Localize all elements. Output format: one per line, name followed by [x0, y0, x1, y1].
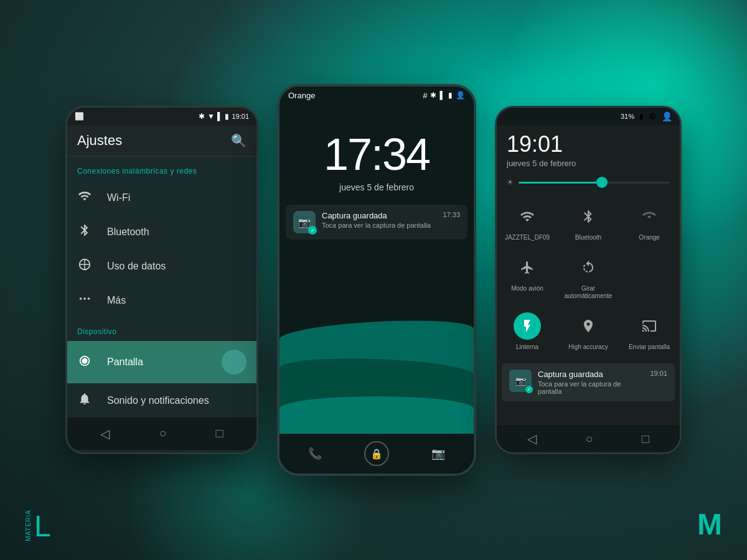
qs-user-icon[interactable]: 👤 [662, 111, 672, 121]
status-time: 19:01 [232, 113, 249, 120]
qs-recent-icon[interactable]: □ [642, 432, 649, 446]
qs-time: 19:01 [507, 131, 670, 157]
phones-container: ⬜ ✱ ▼ ▌ ▮ 19:01 Ajustes 🔍 Conexiones ina… [65, 84, 682, 476]
flashlight-tile-label: Linterna [516, 343, 538, 351]
qs-tile-rotate[interactable]: Girar automáticamente [558, 246, 619, 305]
notification-app-icon: 📷 ✓ [293, 211, 316, 233]
settings-item-more[interactable]: Más [67, 283, 256, 317]
notification-badge: ✓ [308, 226, 317, 235]
qs-tile-cast[interactable]: Enviar pantalla [619, 305, 680, 356]
brightness-thumb[interactable] [596, 177, 608, 188]
recent-nav-icon[interactable]: □ [215, 426, 223, 441]
location-tile-label: High accuracy [568, 343, 608, 351]
phone-nav-icon[interactable]: 📞 [308, 447, 322, 460]
logo-m: M [697, 507, 722, 541]
rotate-tile-icon [575, 254, 602, 281]
qs-notification[interactable]: 📷 ✓ Captura guardada Toca para ver la ca… [502, 363, 675, 401]
lockscreen-nav: 📞 🔒 📷 [280, 434, 474, 474]
qs-home-icon[interactable]: ○ [585, 432, 593, 446]
settings-item-display[interactable]: Pantalla [67, 341, 256, 383]
settings-item-wifi[interactable]: Wi-Fi [67, 180, 256, 215]
wifi-tile-label: JAZZTEL_DF09 [505, 234, 550, 241]
wifi-tile-icon [514, 203, 541, 230]
svg-point-3 [88, 297, 90, 300]
lockscreen-notification[interactable]: 📷 ✓ Captura guardada Toca para ver la ca… [286, 205, 467, 240]
qs-notif-text: Toca para ver la captura de pantalla [538, 380, 644, 395]
airplane-tile-icon [514, 254, 541, 281]
qs-notif-app-icon: 📷 ✓ [509, 370, 532, 392]
brightness-fill [519, 182, 602, 184]
signal-tile-icon [636, 203, 663, 230]
qs-status-bar: 31% ▮ ⚙ 👤 [497, 108, 680, 125]
wifi-icon [77, 189, 92, 206]
notification-content: Captura guardada Toca para ver la captur… [322, 211, 436, 229]
logo-l: L [34, 511, 51, 541]
ls-signal-icon: ▌ [439, 91, 445, 100]
settings-header: Ajustes 🔍 [67, 125, 256, 157]
notification-time: 17:33 [443, 211, 460, 218]
qs-date: jueves 5 de febrero [507, 159, 670, 168]
bluetooth-label: Bluetooth [107, 226, 149, 238]
svg-point-2 [83, 297, 86, 300]
sound-icon [77, 392, 92, 409]
status-bar-left: ⬜ ✱ ▼ ▌ ▮ 19:01 [67, 108, 256, 125]
bluetooth-status-icon: ✱ [199, 112, 205, 121]
qs-tile-signal[interactable]: Orange [619, 195, 680, 246]
qs-tile-bluetooth[interactable]: Bluetooth [558, 195, 619, 246]
qs-nav-bar: ◁ ○ □ [497, 425, 680, 452]
flashlight-tile-icon [514, 312, 541, 340]
phone-lockscreen: Orange # ✱ ▌ ▮ 👤 17:34 jueves 5 de febre… [277, 84, 476, 476]
settings-item-sound[interactable]: Sonido y notificaciones [67, 383, 256, 418]
qs-tile-flashlight[interactable]: Linterna [497, 305, 558, 356]
phone-quicksettings: 31% ▮ ⚙ 👤 19:01 jueves 5 de febrero ☀ [495, 106, 682, 454]
ls-user-icon: 👤 [456, 91, 465, 100]
display-label: Pantalla [107, 357, 143, 368]
settings-item-data[interactable]: Uso de datos [67, 249, 256, 283]
display-icon [77, 354, 92, 371]
svg-point-4 [83, 359, 87, 363]
wifi-status-icon: ▼ [207, 112, 215, 121]
qs-tile-airplane[interactable]: Modo avión [497, 246, 558, 305]
hash-icon: # [423, 91, 427, 100]
signal-tile-label: Orange [639, 234, 659, 241]
photo-icon: ⬜ [75, 112, 84, 121]
bluetooth-tile-icon [575, 203, 602, 230]
qs-notif-content: Captura guardada Toca para ver la captur… [538, 370, 644, 395]
more-label: Más [107, 295, 126, 306]
settings-item-bluetooth[interactable]: Bluetooth [67, 215, 256, 249]
notification-text: Toca para ver la captura de pantalla [322, 222, 436, 229]
sound-label: Sonido y notificaciones [107, 395, 209, 406]
brightness-control[interactable]: ☀ [497, 172, 680, 193]
logo-text: materia [25, 510, 32, 541]
brightness-track[interactable] [519, 182, 670, 184]
cast-tile-icon [636, 312, 663, 340]
notification-title: Captura guardada [322, 211, 436, 220]
wifi-label: Wi-Fi [107, 192, 130, 203]
lock-icon[interactable]: 🔒 [364, 441, 389, 466]
carrier-label: Orange [288, 91, 315, 100]
svg-point-1 [80, 297, 82, 300]
bluetooth-tile-label: Bluetooth [575, 234, 601, 241]
data-icon [77, 258, 92, 274]
cast-tile-label: Enviar pantalla [629, 343, 670, 351]
qs-notif-title: Captura guardada [538, 370, 644, 379]
qs-back-icon[interactable]: ◁ [527, 431, 537, 446]
wave-decoration [280, 309, 474, 434]
nav-bar-left: ◁ ○ □ [67, 418, 256, 450]
signal-status-icon: ▌ [217, 112, 223, 121]
airplane-tile-label: Modo avión [511, 285, 543, 292]
lockscreen-time: 17:34 [280, 129, 474, 180]
home-nav-icon[interactable]: ○ [159, 426, 166, 441]
qs-battery-icon: ▮ [639, 112, 644, 121]
qs-tile-location[interactable]: High accuracy [558, 305, 619, 356]
section-device-label: Dispositivo [67, 317, 256, 341]
quick-settings-grid: JAZZTEL_DF09 Bluetooth Orange [497, 193, 680, 358]
phone-settings: ⬜ ✱ ▼ ▌ ▮ 19:01 Ajustes 🔍 Conexiones ina… [65, 106, 258, 454]
back-nav-icon[interactable]: ◁ [100, 426, 110, 441]
search-button[interactable]: 🔍 [231, 133, 247, 148]
qs-settings-icon[interactable]: ⚙ [649, 111, 657, 121]
qs-notif-time: 19:01 [650, 370, 667, 377]
camera-nav-icon[interactable]: 📷 [431, 447, 445, 460]
section-wireless-label: Conexiones inalámbricas y redes [67, 157, 256, 180]
qs-tile-wifi[interactable]: JAZZTEL_DF09 [497, 195, 558, 246]
